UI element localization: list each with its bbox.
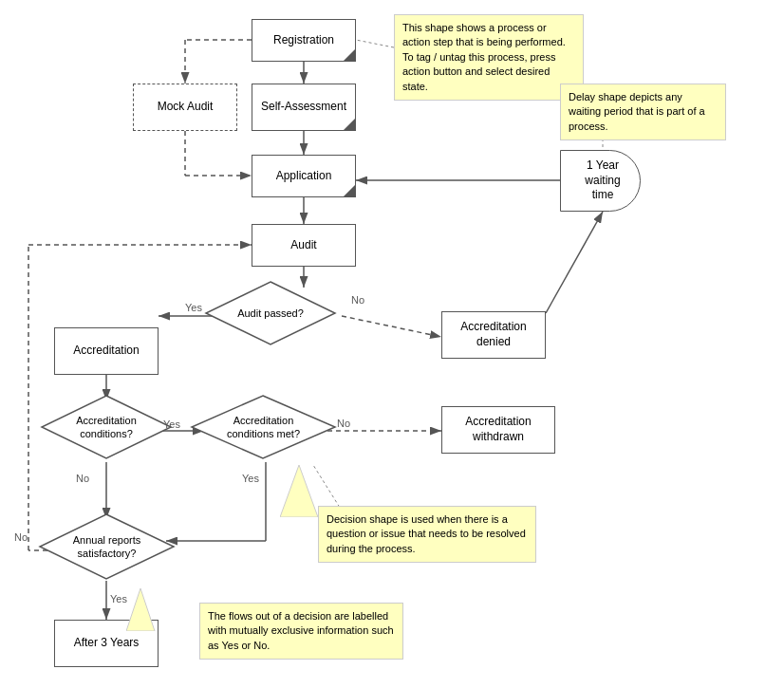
application-label: Application (276, 169, 332, 184)
svg-marker-31 (280, 465, 318, 517)
registration-label: Registration (273, 33, 334, 48)
audit-box[interactable]: Audit (252, 224, 356, 267)
accreditation-withdrawn-label: Accreditation withdrawn (465, 415, 531, 444)
accred-conditions-met-label: Accreditation conditions met? (227, 414, 300, 441)
decision-tooltip: Decision shape is used when there is a q… (318, 506, 536, 563)
flows-out-tooltip: The flows out of a decision are labelled… (199, 603, 403, 660)
delay-1-year-box[interactable]: 1 Year waiting time (560, 150, 641, 212)
decision-tooltip-text: Decision shape is used when there is a q… (327, 513, 526, 554)
mock-audit-box[interactable]: Mock Audit (133, 84, 237, 131)
accreditation-withdrawn-box[interactable]: Accreditation withdrawn (441, 406, 555, 454)
no-conditions-label: No (76, 473, 89, 484)
registration-box[interactable]: Registration (252, 19, 356, 62)
audit-passed-diamond[interactable]: Audit passed? (204, 280, 337, 346)
diagram-container: Registration Mock Audit Self-Assessment … (0, 0, 784, 688)
after-3-years-label: After 3 Years (74, 636, 140, 651)
yes-met-label: Yes (242, 473, 259, 484)
annual-reports-label: Annual reports satisfactory? (73, 533, 141, 561)
process-tooltip-text: This shape shows a process or action ste… (402, 22, 566, 92)
annual-reports-diamond[interactable]: Annual reports satisfactory? (38, 512, 176, 581)
yes-audit-label: Yes (185, 302, 202, 313)
self-assessment-label: Self-Assessment (261, 100, 346, 115)
self-assessment-box[interactable]: Self-Assessment (252, 84, 356, 131)
process-tooltip: This shape shows a process or action ste… (394, 14, 584, 101)
accred-conditions-met-diamond[interactable]: Accreditation conditions met? (190, 394, 337, 460)
no-annual-label: No (14, 531, 28, 543)
accred-conditions-diamond[interactable]: Accreditation conditions? (40, 394, 173, 460)
accreditation-denied-label: Accreditation denied (460, 320, 526, 349)
delay-1-year-label: 1 Year waiting time (580, 158, 620, 203)
application-box[interactable]: Application (252, 155, 356, 197)
yes-annual-label: Yes (110, 593, 127, 604)
mock-audit-label: Mock Audit (158, 100, 214, 115)
delay-tooltip: Delay shape depicts any waiting period t… (560, 84, 726, 140)
svg-line-24 (356, 40, 394, 47)
audit-passed-label: Audit passed? (237, 307, 304, 320)
accreditation-denied-box[interactable]: Accreditation denied (441, 311, 546, 359)
delay-tooltip-text: Delay shape depicts any waiting period t… (569, 91, 705, 132)
svg-line-23 (546, 212, 603, 313)
flows-out-tooltip-text: The flows out of a decision are labelled… (208, 610, 394, 651)
yes-conditions-label: Yes (163, 418, 180, 430)
accred-conditions-label: Accreditation conditions? (76, 414, 137, 441)
accreditation-box[interactable]: Accreditation (54, 327, 159, 375)
after-3-years-box[interactable]: After 3 Years (54, 620, 159, 667)
audit-label: Audit (290, 238, 316, 253)
accreditation-label: Accreditation (73, 344, 139, 359)
no-audit-label: No (351, 294, 364, 306)
no-met-label: No (337, 418, 350, 429)
svg-line-11 (342, 316, 441, 337)
